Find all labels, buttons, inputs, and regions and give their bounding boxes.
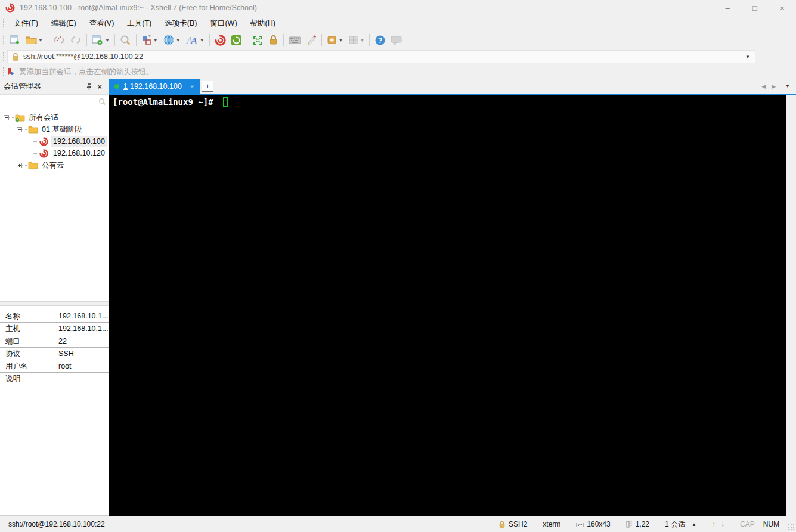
tree-item-folder-cloud[interactable]: 公有云 <box>0 159 109 171</box>
chevron-down-icon[interactable]: ▼ <box>176 38 181 43</box>
tree-item-folder-01[interactable]: 01 基础阶段 <box>0 123 109 135</box>
arrow-up-icon[interactable]: ↑ <box>712 520 716 528</box>
table-row[interactable]: 主机 192.168.10.1... <box>0 323 109 335</box>
toolbar-grip[interactable] <box>2 35 5 45</box>
terminal-scrollbar[interactable] <box>786 95 796 516</box>
status-protocol-label: SSH2 <box>509 520 527 528</box>
tree-label[interactable]: 所有会话 <box>27 112 60 124</box>
menu-view[interactable]: 查看(V) <box>83 16 121 31</box>
table-row[interactable]: 端口 22 <box>0 335 109 348</box>
info-message: 要添加当前会话，点击左侧的箭头按钮。 <box>19 67 153 77</box>
folder-gear-icon <box>15 113 24 122</box>
resize-grip-icon[interactable] <box>788 524 795 531</box>
menu-edit[interactable]: 编辑(E) <box>45 16 83 31</box>
tree-item-session-120[interactable]: 192.168.10.120 <box>0 147 109 159</box>
tab-index: 1 <box>123 82 128 91</box>
status-session-count[interactable]: 1 会话 ▲ <box>665 519 696 530</box>
prop-label-description: 说明 <box>0 374 54 384</box>
menubar-grip[interactable] <box>2 18 5 29</box>
window-title: 192.168.10.100 - root@AlmaLinux9:~ - Xsh… <box>20 4 257 12</box>
collapse-icon[interactable] <box>4 115 9 120</box>
tab-list-dropdown-icon[interactable]: ▼ <box>785 83 790 89</box>
table-row[interactable]: 用户名 root <box>0 360 109 373</box>
maximize-button[interactable]: □ <box>741 0 769 16</box>
tree-label[interactable]: 192.168.10.120 <box>51 148 107 159</box>
panel-splitter[interactable] <box>0 301 109 306</box>
status-cursor-pos: 1,22 <box>626 520 649 528</box>
chevron-down-icon[interactable]: ▼ <box>153 38 158 43</box>
collapse-icon[interactable] <box>17 127 22 132</box>
table-row[interactable]: 协议 SSH <box>0 348 109 360</box>
disconnect-icon[interactable] <box>51 33 67 47</box>
status-session-count-label: 1 会话 <box>665 519 685 530</box>
folder-icon <box>28 161 38 169</box>
find-icon[interactable] <box>118 33 133 47</box>
tree-label[interactable]: 192.168.10.100 <box>51 136 107 147</box>
tab-close-icon[interactable]: × <box>190 83 194 90</box>
pin-icon[interactable] <box>83 82 94 92</box>
close-panel-icon[interactable]: × <box>94 82 105 92</box>
tab-scroll-left-icon[interactable]: ◀ <box>761 83 766 89</box>
tree-item-all-sessions[interactable]: 所有会话 <box>0 112 109 123</box>
prop-value-protocol: SSH <box>54 349 109 358</box>
prop-value-username: root <box>54 362 109 370</box>
xshell-session-icon <box>39 137 49 146</box>
tab-label: 192.168.10.100 <box>130 82 182 91</box>
table-row[interactable]: 名称 192.168.10.1... <box>0 310 109 323</box>
xshell-icon[interactable] <box>213 33 228 47</box>
font-icon[interactable]: AA ▼ <box>184 33 206 47</box>
chevron-down-icon[interactable]: ▼ <box>360 38 365 43</box>
chevron-down-icon[interactable]: ▼ <box>339 38 343 43</box>
status-num-lock: NUM <box>763 520 779 528</box>
chevron-down-icon[interactable]: ▼ <box>200 38 205 43</box>
tile-windows-icon[interactable]: ▼ <box>140 33 160 47</box>
menu-window[interactable]: 窗口(W) <box>203 16 243 31</box>
svg-text:A: A <box>190 35 197 45</box>
arrow-down-icon[interactable]: ↓ <box>721 520 724 528</box>
menu-tab[interactable]: 选项卡(B) <box>158 16 203 31</box>
chevron-down-icon[interactable]: ▼ <box>745 54 750 60</box>
new-session-icon[interactable] <box>8 33 23 47</box>
address-field[interactable]: ssh://root:******@192.168.10.100:22 ▼ <box>7 50 755 63</box>
reconnect-icon[interactable] <box>68 33 83 47</box>
search-icon[interactable] <box>98 98 106 106</box>
layout-grid-icon[interactable]: ▼ <box>346 33 367 47</box>
status-size-label: 160x43 <box>587 520 610 528</box>
menu-tools[interactable]: 工具(T) <box>120 16 158 31</box>
tree-item-session-100[interactable]: 192.168.10.100 <box>0 135 109 147</box>
infobar-grip[interactable] <box>2 66 5 77</box>
chevron-down-icon[interactable]: ▼ <box>38 38 43 43</box>
minimize-button[interactable]: – <box>714 0 741 16</box>
new-tab-button[interactable]: + <box>202 81 213 92</box>
encoding-globe-icon[interactable]: ▼ <box>161 33 182 47</box>
tab-scroll-right-icon[interactable]: ▶ <box>772 83 776 89</box>
status-scroll-buttons[interactable]: ↑ ↓ <box>712 520 724 528</box>
flag-arrow-icon <box>7 67 16 76</box>
highlight-pen-icon[interactable] <box>304 33 318 47</box>
chevron-down-icon[interactable]: ▼ <box>105 38 110 43</box>
xshell-session-icon <box>39 149 49 157</box>
tree-label[interactable]: 01 基础阶段 <box>40 123 83 136</box>
title-bar: 192.168.10.100 - root@AlmaLinux9:~ - Xsh… <box>0 0 796 16</box>
help-icon[interactable]: ? <box>373 33 388 47</box>
address-url[interactable]: ssh://root:******@192.168.10.100:22 <box>23 52 745 61</box>
menu-file[interactable]: 文件(F) <box>7 16 45 31</box>
close-button[interactable]: × <box>769 0 796 16</box>
new-item-icon[interactable]: ▼ <box>325 33 345 47</box>
search-input[interactable] <box>2 96 98 108</box>
fullscreen-icon[interactable] <box>250 33 265 47</box>
table-row[interactable]: 说明 <box>0 373 109 385</box>
open-session-icon[interactable]: ▼ <box>24 33 45 47</box>
session-properties-icon[interactable]: ▼ <box>90 33 111 47</box>
terminal[interactable]: [root@AlmaLinux9 ~]# <box>109 95 786 516</box>
addressbar-grip[interactable] <box>2 51 5 62</box>
info-bar: 要添加当前会话，点击左侧的箭头按钮。 <box>0 64 796 79</box>
menu-help[interactable]: 帮助(H) <box>244 16 282 31</box>
xftp-icon[interactable] <box>229 33 244 47</box>
message-icon[interactable] <box>389 33 404 47</box>
tree-label[interactable]: 公有云 <box>40 159 66 172</box>
expand-icon[interactable] <box>17 163 22 168</box>
lock-screen-icon[interactable] <box>267 33 280 47</box>
tab-session-active[interactable]: 1 192.168.10.100 × <box>109 79 200 94</box>
virtual-keyboard-icon[interactable] <box>287 33 303 47</box>
